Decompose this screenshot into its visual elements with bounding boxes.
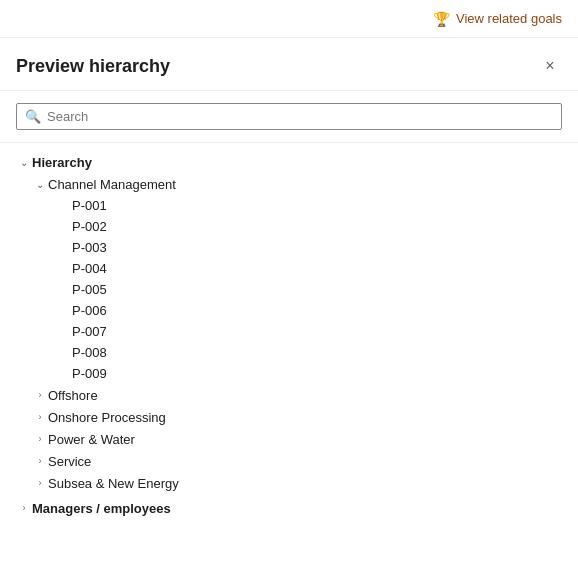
chevron-right-icon: › (32, 431, 48, 447)
tree-item-p002[interactable]: P-002 (0, 216, 578, 237)
tree-item-p003[interactable]: P-003 (0, 237, 578, 258)
tree-item-p007[interactable]: P-007 (0, 321, 578, 342)
goals-icon: 🏆 (433, 11, 450, 27)
offshore-label: Offshore (48, 388, 98, 403)
power-water-label: Power & Water (48, 432, 135, 447)
tree-item-p009[interactable]: P-009 (0, 363, 578, 384)
tree-item-p004[interactable]: P-004 (0, 258, 578, 279)
search-input[interactable] (47, 109, 553, 124)
tree-item-p006[interactable]: P-006 (0, 300, 578, 321)
chevron-down-icon: ⌄ (32, 176, 48, 192)
tree-item-subsea[interactable]: › Subsea & New Energy (0, 472, 578, 494)
p001-label: P-001 (72, 198, 107, 213)
subsea-label: Subsea & New Energy (48, 476, 179, 491)
tree-item-p005[interactable]: P-005 (0, 279, 578, 300)
close-icon: × (545, 57, 554, 75)
tree-item-channel-management[interactable]: ⌄ Channel Management (0, 173, 578, 195)
hierarchy-label: Hierarchy (32, 155, 92, 170)
p006-label: P-006 (72, 303, 107, 318)
chevron-right-icon: › (32, 409, 48, 425)
tree-item-hierarchy[interactable]: ⌄ Hierarchy (0, 151, 578, 173)
tree-item-p001[interactable]: P-001 (0, 195, 578, 216)
panel: Preview hierarchy × 🔍 ⌄ Hierarchy ⌄ Chan… (0, 38, 578, 576)
tree-item-p008[interactable]: P-008 (0, 342, 578, 363)
view-related-goals-link[interactable]: 🏆 View related goals (433, 11, 562, 27)
chevron-right-icon: › (32, 475, 48, 491)
p002-label: P-002 (72, 219, 107, 234)
chevron-down-icon: ⌄ (16, 154, 32, 170)
tree-item-service[interactable]: › Service (0, 450, 578, 472)
panel-header: Preview hierarchy × (0, 38, 578, 91)
channel-management-label: Channel Management (48, 177, 176, 192)
p007-label: P-007 (72, 324, 107, 339)
tree-item-power-water[interactable]: › Power & Water (0, 428, 578, 450)
panel-title: Preview hierarchy (16, 56, 170, 77)
p003-label: P-003 (72, 240, 107, 255)
service-label: Service (48, 454, 91, 469)
tree-item-onshore-processing[interactable]: › Onshore Processing (0, 406, 578, 428)
search-icon: 🔍 (25, 109, 41, 124)
tree-container: ⌄ Hierarchy ⌄ Channel Management P-001 P… (0, 143, 578, 576)
onshore-processing-label: Onshore Processing (48, 410, 166, 425)
p004-label: P-004 (72, 261, 107, 276)
tree-item-managers-employees[interactable]: › Managers / employees (0, 494, 578, 519)
chevron-right-icon: › (32, 453, 48, 469)
p005-label: P-005 (72, 282, 107, 297)
chevron-right-icon: › (16, 500, 32, 516)
top-bar: 🏆 View related goals (0, 0, 578, 38)
close-button[interactable]: × (538, 54, 562, 78)
managers-employees-label: Managers / employees (32, 501, 171, 516)
p008-label: P-008 (72, 345, 107, 360)
tree-item-offshore[interactable]: › Offshore (0, 384, 578, 406)
search-box: 🔍 (16, 103, 562, 130)
view-related-goals-label: View related goals (456, 11, 562, 26)
chevron-right-icon: › (32, 387, 48, 403)
p009-label: P-009 (72, 366, 107, 381)
search-container: 🔍 (0, 91, 578, 143)
